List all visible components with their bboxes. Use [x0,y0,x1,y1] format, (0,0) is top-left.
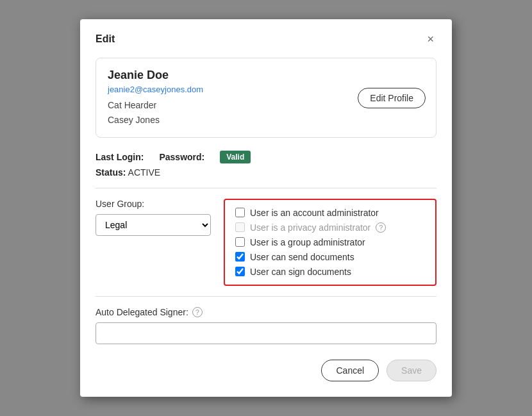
permission-sign-docs-checkbox[interactable] [235,267,245,276]
login-row: Last Login: Password: Valid [96,151,436,163]
permission-group-admin: User is a group administrator [235,237,425,247]
divider [96,188,436,188]
user-company: Casey Jones [108,113,424,127]
edit-dialog: Edit × Jeanie Doe jeanie2@caseyjones.dom… [80,19,452,397]
close-button[interactable]: × [424,32,436,46]
password-status-badge: Valid [220,151,251,163]
privacy-admin-help-icon[interactable]: ? [376,222,386,233]
edit-profile-button[interactable]: Edit Profile [358,88,426,108]
dialog-title: Edit [96,33,115,45]
permission-sign-docs: User can sign documents [235,267,425,277]
dialog-title-bar: Edit × [96,32,436,46]
user-group-column: User Group: Legal Admin Finance HR [96,199,211,236]
meta-section: Last Login: Password: Valid Status: ACTI… [96,151,436,178]
user-name: Jeanie Doe [108,69,424,82]
permission-group-admin-checkbox[interactable] [235,237,245,247]
auto-delegated-input[interactable] [96,322,436,344]
cancel-button[interactable]: Cancel [321,360,379,381]
save-button[interactable]: Save [387,360,436,381]
auto-delegated-label: Auto Delegated Signer: ? [96,307,436,317]
permissions-box: User is an account administrator User is… [224,199,436,286]
permission-account-admin-label: User is an account administrator [250,208,379,218]
permission-group-admin-label: User is a group administrator [250,237,365,247]
status-value-text: ACTIVE [128,167,161,178]
dialog-footer: Cancel Save [96,360,436,381]
password-label: Password: [159,152,204,162]
permission-send-docs: User can send documents [235,252,425,262]
permission-account-admin-checkbox[interactable] [235,208,245,217]
permission-send-docs-checkbox[interactable] [235,252,245,262]
permission-privacy-admin-checkbox [235,222,245,232]
user-info-card: Jeanie Doe jeanie2@caseyjones.dom Cat He… [96,58,436,138]
auto-delegated-help-icon[interactable]: ? [192,307,203,317]
permission-account-admin: User is an account administrator [235,208,425,218]
form-section: User Group: Legal Admin Finance HR User … [96,199,436,286]
permission-privacy-admin: User is a privacy administrator ? [235,222,425,233]
user-group-label: User Group: [96,199,211,209]
user-group-select[interactable]: Legal Admin Finance HR [96,214,211,236]
status-row: Status: ACTIVE [96,167,436,178]
auto-delegated-section: Auto Delegated Signer: ? [96,307,436,344]
status-label: Status: [96,167,126,178]
permission-privacy-admin-label: User is a privacy administrator [250,222,370,233]
permission-sign-docs-label: User can sign documents [250,267,351,277]
permission-send-docs-label: User can send documents [250,252,354,262]
last-login-label: Last Login: [96,152,144,162]
divider-2 [96,296,436,297]
